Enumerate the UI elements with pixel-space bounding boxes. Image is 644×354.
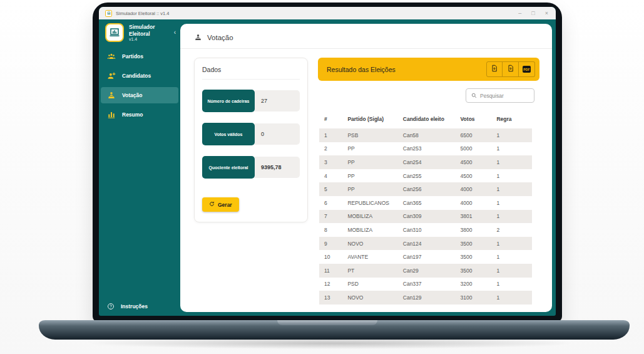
app-version: v1.4 <box>129 37 169 41</box>
table-cell: 1 <box>491 210 532 224</box>
table-cell: Can254 <box>398 155 456 169</box>
field-value-input[interactable]: 9395,78 <box>255 157 300 178</box>
table-cell: PSD <box>342 278 397 291</box>
table-cell: AVANTE <box>342 250 397 264</box>
table-cell: Can365 <box>398 196 456 210</box>
sidebar-item-candidatos[interactable]: Candidatos <box>101 68 178 84</box>
laptop-shadow <box>69 337 595 350</box>
table-body: 1PSBCan58650012PPCan253500013PPCan254450… <box>319 128 532 305</box>
table-header-row: #Partido (Sigla)Candidato eleitoVotosReg… <box>319 112 532 128</box>
table-row: 2PPCan25350001 <box>319 142 532 156</box>
table-cell: 5 <box>319 182 342 196</box>
column-header: # <box>319 112 342 128</box>
close-button[interactable]: × <box>545 11 548 16</box>
ballot-icon <box>194 33 202 41</box>
table-cell: 4500 <box>456 155 492 169</box>
table-cell: 1 <box>491 291 532 305</box>
column-header: Candidato eleito <box>398 112 456 128</box>
table-cell: PP <box>342 142 397 156</box>
table-row: 9NOVOCan12435001 <box>319 237 532 251</box>
app-name-block: Simulador Eleitoral v1.4 <box>129 24 169 41</box>
export-pdf-button[interactable]: PDF <box>519 61 535 77</box>
search-box[interactable] <box>466 88 534 103</box>
field-label: Número de cadeiras <box>202 90 255 112</box>
column-header: Regra <box>491 112 532 128</box>
window-controls: – □ × <box>518 11 548 16</box>
table-cell: NOVO <box>342 291 397 305</box>
sidebar-item-votacao[interactable]: Votação <box>101 87 178 103</box>
table-cell: Can124 <box>398 237 456 251</box>
gerar-label: Gerar <box>218 202 232 208</box>
laptop-screen: Simulador Eleitoral :: v1.4 – □ × Simul <box>93 3 562 321</box>
field-label: Votos válidos <box>202 123 255 145</box>
minimize-button[interactable]: – <box>518 11 521 16</box>
sidebar-collapse-icon[interactable]: ‹ <box>174 29 176 36</box>
table-cell: 3801 <box>456 210 492 224</box>
people-group-icon <box>107 52 116 61</box>
refresh-icon <box>209 201 215 208</box>
gerar-button[interactable]: Gerar <box>202 197 239 212</box>
table-cell: 3100 <box>456 291 492 305</box>
table-cell: 4500 <box>456 169 492 183</box>
field-value-input[interactable]: 0 <box>255 123 300 145</box>
results-table-wrap: #Partido (Sigla)Candidato eleitoVotosReg… <box>318 112 539 312</box>
table-cell: 6500 <box>456 128 492 142</box>
table-cell: PP <box>342 182 397 196</box>
table-cell: Can255 <box>398 169 456 183</box>
table-cell: 1 <box>491 182 532 196</box>
field-value-input[interactable]: 27 <box>255 90 300 112</box>
sidebar-item-label: Votação <box>122 92 142 98</box>
table-cell: PP <box>342 169 397 183</box>
laptop-mockup: Simulador Eleitoral :: v1.4 – □ × Simul <box>0 0 644 354</box>
table-row: 11PTCan2935001 <box>319 264 532 278</box>
table-cell: PSB <box>342 128 397 142</box>
table-cell: MOBILIZA <box>342 223 397 237</box>
laptop-logo-icon <box>105 23 124 42</box>
sidebar-item-label: Partidos <box>122 53 143 60</box>
results-header: Resultado das Eleições <box>318 58 539 81</box>
table-cell: 1 <box>491 196 532 210</box>
table-cell: 1 <box>491 128 532 142</box>
app-name: Simulador Eleitoral <box>129 24 169 37</box>
table-cell: Can58 <box>398 128 456 142</box>
table-row: 5PPCan25640001 <box>319 182 532 196</box>
export-buttons: PDF <box>486 61 535 77</box>
dados-field: Quociente eleitoral 9395,78 <box>202 156 300 179</box>
table-cell: 1 <box>319 128 342 142</box>
results-table: #Partido (Sigla)Candidato eleitoVotosReg… <box>319 112 532 305</box>
table-cell: 5000 <box>456 142 492 156</box>
dados-field: Votos válidos 0 <box>202 123 300 145</box>
search-input[interactable] <box>480 93 529 99</box>
table-cell: 8 <box>319 223 342 237</box>
table-cell: Can129 <box>398 291 456 305</box>
table-cell: 1 <box>491 237 532 251</box>
table-row: 10AVANTECan19735001 <box>319 250 532 264</box>
sidebar-item-partidos[interactable]: Partidos <box>101 48 178 65</box>
sidebar-item-resumo[interactable]: Resumo <box>101 107 178 123</box>
export-file-button-1[interactable] <box>486 61 503 77</box>
table-row: 6REPUBLICANOSCan36540001 <box>319 196 532 210</box>
window-title: Simulador Eleitoral :: v1.4 <box>116 11 169 16</box>
sidebar-item-label: Resumo <box>122 112 143 118</box>
app-logo-icon <box>105 10 112 17</box>
table-cell: 4 <box>319 169 342 183</box>
table-cell: 3200 <box>456 278 492 291</box>
table-cell: NOVO <box>342 237 397 251</box>
bar-chart-icon <box>107 110 116 119</box>
app-window: Simulador Eleitoral :: v1.4 – □ × Simul <box>99 7 556 316</box>
table-cell: 2 <box>491 223 532 237</box>
dados-field: Número de cadeiras 27 <box>202 90 300 112</box>
table-cell: 3500 <box>456 237 492 251</box>
table-cell: Can253 <box>398 142 456 156</box>
export-file-button-2[interactable] <box>503 61 519 77</box>
content-card: Votação Dados Número de cadeiras 27 Voto… <box>180 24 552 312</box>
sidebar-item-instrucoes[interactable]: Instruções <box>99 298 180 316</box>
table-cell: Can256 <box>398 182 456 196</box>
sidebar: Simulador Eleitoral v1.4 ‹ Partidos Cand… <box>99 19 180 316</box>
table-row: 1PSBCan5865001 <box>319 128 532 142</box>
table-cell: PP <box>342 155 397 169</box>
maximize-button[interactable]: □ <box>531 11 534 16</box>
column-header: Partido (Sigla) <box>342 112 397 128</box>
sidebar-footer-label: Instruções <box>121 303 148 310</box>
dados-title: Dados <box>202 66 300 80</box>
